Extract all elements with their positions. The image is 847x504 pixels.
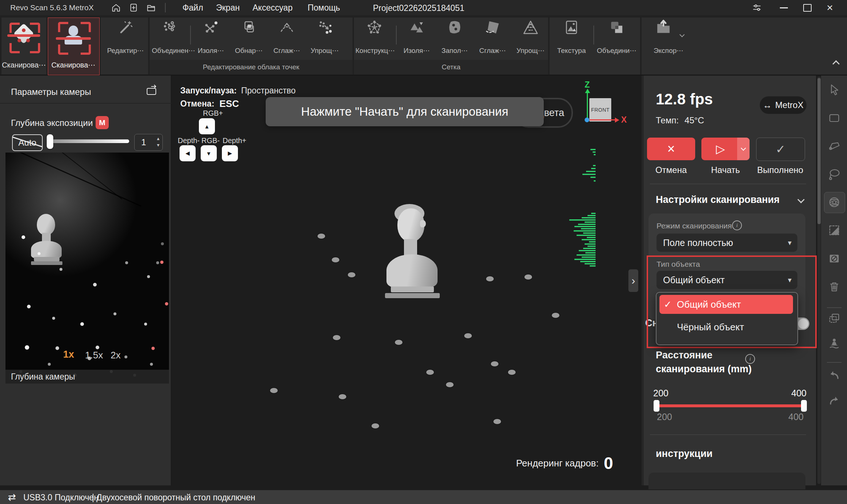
ribbon-button-pc-isolate[interactable]: Изоля⋯ [193,18,229,55]
render-counter: Рендеринг кадров: 0 [427,453,613,473]
ribbon-button-pc-merge[interactable]: Объединен⋯ [152,18,188,55]
instructions-title: инструкции [656,448,713,459]
device-button[interactable]: ↔ MetroX [760,96,806,114]
ribbon-button-merge-model[interactable]: Объедини⋯ [596,18,637,55]
expand-scale-panel-button[interactable]: › [628,269,638,292]
camera-zoom-15x[interactable]: 1.5x [85,350,103,361]
ribbon-button-texture[interactable]: Текстура [552,18,591,55]
isolate-mesh-icon [408,19,425,36]
ribbon-button-pc-smooth[interactable]: Сглаж⋯ [269,18,305,55]
camera-preview[interactable]: 1x 1.5x 2x Глубина камеры [5,153,169,384]
key-right-button[interactable]: ▶ [222,145,238,161]
ribbon-button-mesh-smooth[interactable]: Сглаж⋯ [474,18,511,55]
menu-option-black-object[interactable]: Чёрный объект [659,316,793,338]
ribbon-button-pc-simplify[interactable]: Упрощ⋯ [307,18,343,55]
menu-option-general-object[interactable]: ✓ Общий объект [659,295,793,314]
flip-preview-button[interactable] [143,82,161,98]
scan-button-2-active[interactable]: Сканирова⋯ [48,18,99,74]
start-dropdown-section[interactable] [737,138,750,160]
new-project-button[interactable] [127,2,140,13]
panel-scrollbar-thumb[interactable] [817,78,821,224]
scan-button-1[interactable]: Сканирова⋯ [1,18,46,74]
stamp-tool-button[interactable] [827,336,842,351]
range-low-value: 200 [657,412,672,422]
instructions-placeholder-box [648,473,805,489]
scan-mode-info-icon[interactable]: i [732,220,742,230]
key-down-button[interactable]: ▼ [201,145,217,161]
scan-bracket-icon [58,22,68,32]
manual-mode-badge[interactable]: M [96,116,109,129]
complete-scan-button[interactable]: ✓ [756,138,805,161]
hint-start-pause: Запуск/пауза: Пространство [180,86,296,96]
auto-exposure-button[interactable]: Auto [12,134,43,151]
start-scan-button[interactable]: ▷ [701,138,750,160]
render-counter-label: Рендеринг кадров: [516,458,598,469]
delete-selection-button[interactable] [827,279,842,294]
exposure-stepper[interactable]: 1 ▴▾ [134,134,163,151]
cancel-scan-button[interactable]: × [647,138,695,160]
close-button[interactable]: × [823,2,837,14]
camera-zoom-2x[interactable]: 2x [111,350,120,361]
key-up-button[interactable]: ▲ [199,118,215,134]
axis-z-label: Z [585,80,590,90]
minimize-button[interactable] [777,2,791,14]
rectangle-select-icon [827,111,842,125]
menu-file[interactable]: Файл [182,3,203,13]
rectangle-select-button[interactable] [827,111,842,125]
group-caption-pointcloud: Редактирование облака точек [150,60,353,74]
redo-button[interactable] [827,393,842,408]
viewport[interactable]: Запуск/пауза: Пространство Отмена: ESC R… [172,76,642,485]
ribbon-button-pc-overlap[interactable]: Обнар⋯ [231,18,267,55]
ribbon-button-mesh-simplify[interactable]: Упрощ⋯ [512,18,549,55]
menu-screen[interactable]: Экран [216,3,240,13]
copy-icon [827,311,842,326]
sphere-select-button[interactable] [827,195,842,209]
invert-selection-button[interactable] [827,223,842,238]
menu-accessory[interactable]: Аксессуар [253,3,293,13]
start-scan-tooltip: Нажмите "Начать" для сканирования [266,97,544,126]
home-button[interactable] [109,2,123,13]
gizmo-front-face[interactable]: FRONT [589,98,611,122]
camera-zoom-1x[interactable]: 1x [63,349,74,360]
exposure-slider-handle[interactable] [47,134,53,149]
exposure-slider[interactable] [47,139,129,143]
stepper-up-icon[interactable]: ▴ [157,135,159,142]
stepper-down-icon[interactable]: ▾ [157,142,159,148]
duplicate-button[interactable] [827,311,842,326]
deselect-button[interactable] [827,251,842,266]
check-icon: ✓ [776,142,786,156]
ribbon-button-edit[interactable]: Редактир⋯ [107,18,145,55]
distance-info-icon[interactable]: i [745,354,755,364]
ribbon-button-mesh-isolate[interactable]: Изоля⋯ [399,18,435,55]
settings-tune-button[interactable] [750,2,764,14]
distance-title-line1: Расстояние [656,350,712,361]
scan-line [56,37,91,40]
distance-range-track[interactable] [655,404,807,407]
axis-x-arrow [589,119,616,120]
merge-points-icon [162,19,178,36]
axis-gizmo[interactable]: Z FRONT X [580,80,631,127]
range-min-label: 200 [653,388,669,399]
smooth-mesh-icon [484,19,501,36]
range-max-label: 400 [773,388,806,399]
maximize-button[interactable] [800,2,815,14]
menu-help[interactable]: Помощь [308,3,340,13]
group-separator [190,26,191,45]
lasso-select-button[interactable] [827,167,842,181]
open-project-button[interactable] [145,2,158,13]
ribbon-button-mesh-fill[interactable]: Запол⋯ [436,18,473,55]
undo-button[interactable] [827,368,842,382]
object-type-select[interactable]: Общий объект ▾ [657,271,797,289]
cursor-tool-button[interactable] [827,82,842,97]
range-handle-high[interactable] [801,400,807,412]
key-left-button[interactable]: ◀ [180,145,196,161]
scan-mode-select[interactable]: Поле полностью ▾ [657,234,797,252]
axis-x-label: X [621,115,627,125]
polygon-select-button[interactable] [827,139,842,153]
usb-connection-icon: ⇄ [8,492,16,503]
cancel-button-label: Отмена [647,165,695,175]
camera-bust [27,214,70,269]
range-handle-low[interactable] [654,400,659,412]
ribbon-button-mesh-construct[interactable]: Конструкц⋯ [355,18,393,55]
ribbon-button-export[interactable]: Экспор⋯ [647,18,690,55]
